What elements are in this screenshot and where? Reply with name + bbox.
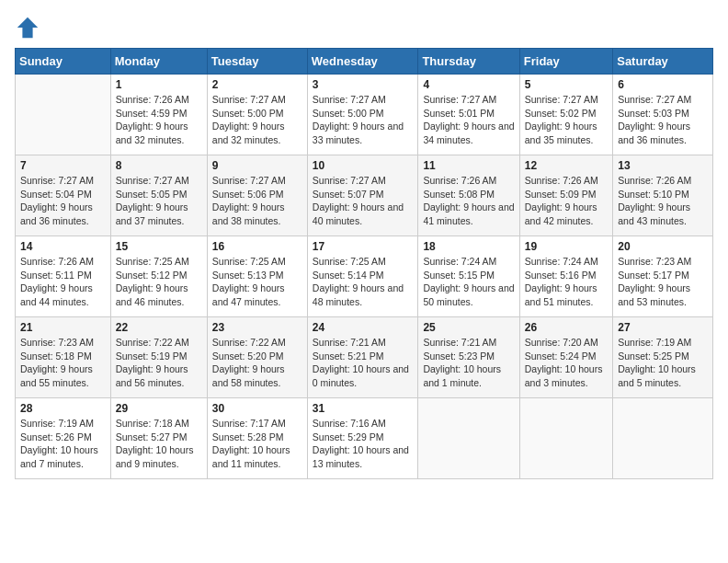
day-number: 10 (313, 159, 414, 172)
weekday-header: Monday (110, 49, 207, 75)
calendar-cell: 17Sunrise: 7:25 AMSunset: 5:14 PMDayligh… (307, 236, 418, 317)
calendar-cell: 15Sunrise: 7:25 AMSunset: 5:12 PMDayligh… (110, 236, 207, 317)
page-header (15, 15, 713, 40)
day-sun-info: Sunrise: 7:22 AMSunset: 5:19 PMDaylight:… (116, 336, 202, 390)
day-sun-info: Sunrise: 7:27 AMSunset: 5:00 PMDaylight:… (212, 93, 302, 147)
day-number: 4 (423, 78, 514, 91)
logo-icon (15, 15, 40, 40)
day-sun-info: Sunrise: 7:27 AMSunset: 5:06 PMDaylight:… (212, 174, 302, 228)
calendar-cell (613, 398, 713, 479)
calendar-cell (519, 398, 612, 479)
day-number: 6 (618, 78, 708, 91)
day-sun-info: Sunrise: 7:25 AMSunset: 5:14 PMDaylight:… (313, 255, 414, 309)
calendar-week-row: 1Sunrise: 7:26 AMSunset: 4:59 PMDaylight… (16, 75, 713, 155)
calendar-cell: 24Sunrise: 7:21 AMSunset: 5:21 PMDayligh… (307, 317, 418, 398)
day-sun-info: Sunrise: 7:26 AMSunset: 5:11 PMDaylight:… (20, 255, 106, 309)
calendar-cell: 10Sunrise: 7:27 AMSunset: 5:07 PMDayligh… (307, 155, 418, 236)
calendar-cell: 19Sunrise: 7:24 AMSunset: 5:16 PMDayligh… (519, 236, 612, 317)
day-sun-info: Sunrise: 7:23 AMSunset: 5:17 PMDaylight:… (618, 255, 708, 309)
weekday-header: Thursday (418, 49, 519, 75)
day-number: 21 (20, 321, 106, 334)
calendar-cell: 11Sunrise: 7:26 AMSunset: 5:08 PMDayligh… (418, 155, 519, 236)
calendar-cell: 29Sunrise: 7:18 AMSunset: 5:27 PMDayligh… (110, 398, 207, 479)
calendar-cell: 13Sunrise: 7:26 AMSunset: 5:10 PMDayligh… (613, 155, 713, 236)
day-number: 11 (423, 159, 514, 172)
calendar-cell: 1Sunrise: 7:26 AMSunset: 4:59 PMDaylight… (110, 75, 207, 155)
day-number: 13 (618, 159, 708, 172)
day-number: 31 (313, 402, 414, 415)
day-number: 29 (116, 402, 202, 415)
day-sun-info: Sunrise: 7:27 AMSunset: 5:04 PMDaylight:… (20, 174, 106, 228)
day-number: 8 (116, 159, 202, 172)
day-sun-info: Sunrise: 7:16 AMSunset: 5:29 PMDaylight:… (313, 417, 414, 471)
day-sun-info: Sunrise: 7:26 AMSunset: 4:59 PMDaylight:… (116, 93, 202, 147)
weekday-header: Wednesday (307, 49, 418, 75)
day-number: 15 (116, 240, 202, 253)
weekday-header: Friday (519, 49, 612, 75)
calendar-cell: 23Sunrise: 7:22 AMSunset: 5:20 PMDayligh… (207, 317, 307, 398)
calendar-cell: 9Sunrise: 7:27 AMSunset: 5:06 PMDaylight… (207, 155, 307, 236)
day-number: 28 (20, 402, 106, 415)
day-number: 2 (212, 78, 302, 91)
day-number: 16 (212, 240, 302, 253)
day-sun-info: Sunrise: 7:26 AMSunset: 5:10 PMDaylight:… (618, 174, 708, 228)
weekday-header-row: SundayMondayTuesdayWednesdayThursdayFrid… (16, 49, 713, 75)
day-number: 18 (423, 240, 514, 253)
day-sun-info: Sunrise: 7:24 AMSunset: 5:16 PMDaylight:… (525, 255, 608, 309)
calendar-week-row: 21Sunrise: 7:23 AMSunset: 5:18 PMDayligh… (16, 317, 713, 398)
day-number: 12 (525, 159, 608, 172)
day-number: 9 (212, 159, 302, 172)
day-sun-info: Sunrise: 7:17 AMSunset: 5:28 PMDaylight:… (212, 417, 302, 471)
weekday-header: Sunday (16, 49, 111, 75)
svg-marker-0 (17, 17, 38, 38)
day-sun-info: Sunrise: 7:26 AMSunset: 5:08 PMDaylight:… (423, 174, 514, 228)
day-number: 30 (212, 402, 302, 415)
day-number: 3 (313, 78, 414, 91)
weekday-header: Tuesday (207, 49, 307, 75)
weekday-header: Saturday (613, 49, 713, 75)
calendar-cell (16, 75, 111, 155)
day-sun-info: Sunrise: 7:26 AMSunset: 5:09 PMDaylight:… (525, 174, 608, 228)
calendar-week-row: 28Sunrise: 7:19 AMSunset: 5:26 PMDayligh… (16, 398, 713, 479)
day-number: 27 (618, 321, 708, 334)
logo (15, 15, 44, 40)
day-sun-info: Sunrise: 7:20 AMSunset: 5:24 PMDaylight:… (525, 336, 608, 390)
calendar-week-row: 7Sunrise: 7:27 AMSunset: 5:04 PMDaylight… (16, 155, 713, 236)
day-sun-info: Sunrise: 7:25 AMSunset: 5:12 PMDaylight:… (116, 255, 202, 309)
day-sun-info: Sunrise: 7:21 AMSunset: 5:23 PMDaylight:… (423, 336, 514, 390)
calendar-cell: 22Sunrise: 7:22 AMSunset: 5:19 PMDayligh… (110, 317, 207, 398)
day-sun-info: Sunrise: 7:27 AMSunset: 5:03 PMDaylight:… (618, 93, 708, 147)
day-sun-info: Sunrise: 7:27 AMSunset: 5:01 PMDaylight:… (423, 93, 514, 147)
day-number: 19 (525, 240, 608, 253)
calendar-cell (418, 398, 519, 479)
calendar-cell: 28Sunrise: 7:19 AMSunset: 5:26 PMDayligh… (16, 398, 111, 479)
calendar-cell: 6Sunrise: 7:27 AMSunset: 5:03 PMDaylight… (613, 75, 713, 155)
day-number: 7 (20, 159, 106, 172)
day-sun-info: Sunrise: 7:24 AMSunset: 5:15 PMDaylight:… (423, 255, 514, 309)
calendar-cell: 5Sunrise: 7:27 AMSunset: 5:02 PMDaylight… (519, 75, 612, 155)
calendar-cell: 27Sunrise: 7:19 AMSunset: 5:25 PMDayligh… (613, 317, 713, 398)
day-number: 22 (116, 321, 202, 334)
calendar-cell: 25Sunrise: 7:21 AMSunset: 5:23 PMDayligh… (418, 317, 519, 398)
calendar-cell: 20Sunrise: 7:23 AMSunset: 5:17 PMDayligh… (613, 236, 713, 317)
calendar-cell: 31Sunrise: 7:16 AMSunset: 5:29 PMDayligh… (307, 398, 418, 479)
calendar-cell: 14Sunrise: 7:26 AMSunset: 5:11 PMDayligh… (16, 236, 111, 317)
day-sun-info: Sunrise: 7:19 AMSunset: 5:25 PMDaylight:… (618, 336, 708, 390)
calendar-week-row: 14Sunrise: 7:26 AMSunset: 5:11 PMDayligh… (16, 236, 713, 317)
day-number: 17 (313, 240, 414, 253)
calendar-cell: 26Sunrise: 7:20 AMSunset: 5:24 PMDayligh… (519, 317, 612, 398)
calendar-cell: 18Sunrise: 7:24 AMSunset: 5:15 PMDayligh… (418, 236, 519, 317)
calendar-table: SundayMondayTuesdayWednesdayThursdayFrid… (15, 48, 713, 479)
day-number: 20 (618, 240, 708, 253)
day-sun-info: Sunrise: 7:18 AMSunset: 5:27 PMDaylight:… (116, 417, 202, 471)
calendar-cell: 7Sunrise: 7:27 AMSunset: 5:04 PMDaylight… (16, 155, 111, 236)
calendar-cell: 4Sunrise: 7:27 AMSunset: 5:01 PMDaylight… (418, 75, 519, 155)
calendar-cell: 12Sunrise: 7:26 AMSunset: 5:09 PMDayligh… (519, 155, 612, 236)
day-sun-info: Sunrise: 7:21 AMSunset: 5:21 PMDaylight:… (313, 336, 414, 390)
calendar-cell: 2Sunrise: 7:27 AMSunset: 5:00 PMDaylight… (207, 75, 307, 155)
calendar-cell: 8Sunrise: 7:27 AMSunset: 5:05 PMDaylight… (110, 155, 207, 236)
calendar-cell: 30Sunrise: 7:17 AMSunset: 5:28 PMDayligh… (207, 398, 307, 479)
day-sun-info: Sunrise: 7:19 AMSunset: 5:26 PMDaylight:… (20, 417, 106, 471)
day-number: 26 (525, 321, 608, 334)
calendar-cell: 21Sunrise: 7:23 AMSunset: 5:18 PMDayligh… (16, 317, 111, 398)
